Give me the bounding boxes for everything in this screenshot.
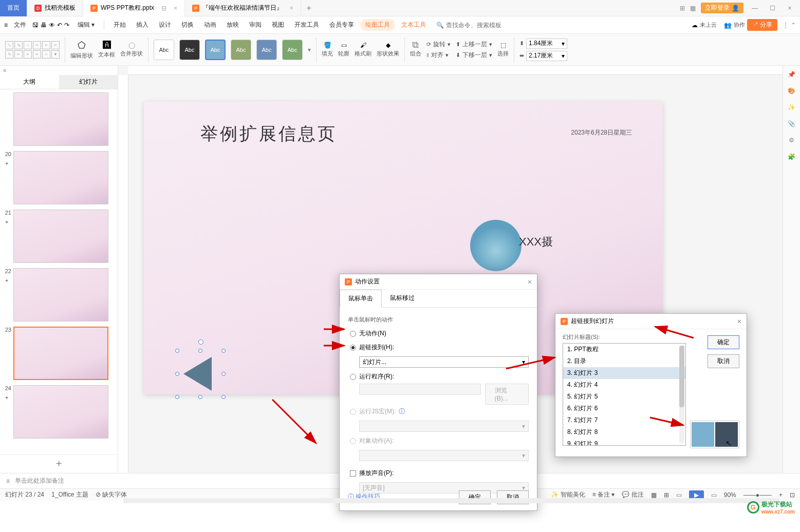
menu-review[interactable]: 审阅 [245,18,266,31]
hamburger-icon[interactable]: ≡ [4,22,8,29]
zoom-out-icon[interactable]: ▭ [711,491,717,499]
menu-transition[interactable]: 切换 [177,18,198,31]
rotate-button[interactable]: ⟳ 旋转 ▾ [426,40,451,49]
cancel-button[interactable]: 取消 [708,354,739,368]
menu-devtools[interactable]: 开发工具 [290,18,323,31]
qat-redo-icon[interactable]: ↷ [64,22,69,29]
checkbox-sound[interactable]: 播放声音(P): [348,466,529,480]
maximize-button[interactable]: ☐ [766,5,778,12]
outline-tab-slides[interactable]: 幻灯片 [59,75,118,89]
qat-undo-icon[interactable]: ↶ [57,22,62,29]
shape-style-1[interactable]: Abc [154,40,174,60]
new-tab-button[interactable]: + [301,4,317,13]
close-icon[interactable]: × [737,317,741,326]
tab-mouse-hover[interactable]: 鼠标移过 [382,290,423,307]
list-item-selected[interactable]: 3. 幻灯片 3 [563,367,685,379]
fit-icon[interactable]: ⊡ [790,491,795,499]
collab-icon[interactable]: 👥 [724,22,732,29]
close-button[interactable]: × [784,5,796,12]
close-icon[interactable]: × [174,5,177,12]
puzzle-icon[interactable]: 🧩 [788,153,795,160]
hyperlink-combo[interactable]: 幻灯片...▾ [359,356,529,368]
menu-design[interactable]: 设计 [155,18,175,31]
zoom-slider[interactable]: ——●—— [743,491,772,499]
scrollbar-thumb[interactable] [679,346,684,407]
list-item[interactable]: 1. PPT教程 [563,344,685,355]
slide-thumb[interactable]: ✦ [13,210,108,263]
menu-draw-tool[interactable]: 绘图工具 [360,19,395,31]
menu-member[interactable]: 会员专享 [325,18,358,31]
more-icon[interactable]: ⋮ [783,22,789,29]
up-layer-button[interactable]: ⬆ 上移一层 ▾ [456,40,492,49]
close-icon[interactable]: × [528,278,532,286]
slide-thumb[interactable] [13,92,108,146]
close-icon[interactable]: × [290,5,293,12]
palette-icon[interactable]: 🎨 [788,87,795,94]
missing-font-button[interactable]: ⊘ 缺失字体 [96,490,127,499]
list-item[interactable]: 7. 幻灯片 7 [563,414,685,426]
shape-style-4[interactable]: Abc [231,40,251,60]
format-painter-button[interactable]: 🖌格式刷 [355,42,371,58]
collapse-icon[interactable]: « [3,67,7,74]
image-circle-1[interactable] [470,220,522,271]
list-item[interactable]: 5. 幻灯片 5 [563,391,685,403]
combine-button[interactable]: ⿻组合 [410,42,421,58]
radio-run[interactable]: 运行程序(R): [348,370,529,384]
horizontal-scrollbar[interactable] [123,498,779,503]
style-more-icon[interactable]: ▾ [308,46,311,53]
radio-hyperlink[interactable]: 超链接到(H): [348,340,529,354]
outline-tab-outline[interactable]: 大纲 [0,75,59,89]
gear-icon[interactable]: ⚙ [789,137,794,144]
menu-file[interactable]: 文件 [10,18,30,31]
ok-button[interactable]: 确定 [708,335,739,349]
radio-none[interactable]: 无动作(N) [348,327,529,340]
menu-text-tool[interactable]: 文本工具 [397,18,430,31]
login-button[interactable]: 立即登录👤 [701,3,743,13]
tab-current-file[interactable]: PWPS PPT教程.pptx⊟× [83,0,185,16]
close-icon[interactable]: ⊟ [161,5,166,12]
cloud-icon[interactable]: ☁ [692,22,698,29]
list-item[interactable]: 8. 幻灯片 8 [563,426,685,438]
zoom-level[interactable]: 90% [724,491,736,499]
tab-mouse-click[interactable]: 鼠标单击 [340,290,382,308]
clip-icon[interactable]: 📎 [788,120,795,127]
menu-slideshow[interactable]: 放映 [222,18,243,31]
align-button[interactable]: ⫴ 对齐 ▾ [426,51,451,60]
pin-icon[interactable]: 📌 [788,71,795,78]
menu-insert[interactable]: 插入 [132,18,153,31]
textbox-button[interactable]: 🅰文本框 [98,41,115,59]
shape-effects-button[interactable]: ◆形状效果 [377,42,399,58]
down-layer-button[interactable]: ⬇ 下移一层 ▾ [456,51,492,60]
share-button[interactable]: ↗ 分享 [747,19,777,31]
list-item[interactable]: 6. 幻灯片 6 [563,403,685,414]
menu-view[interactable]: 视图 [268,18,288,31]
rotate-handle[interactable] [198,339,203,345]
tab-template[interactable]: D找稻壳模板 [27,0,83,16]
qat-save-icon[interactable]: 🖫 [32,22,39,29]
height-input[interactable]: 1.84厘米▾ [526,39,567,49]
grid-icon[interactable]: ⊞ [680,5,685,12]
shape-style-5[interactable]: Abc [256,40,277,60]
qat-preview-icon[interactable]: 👁 [49,22,55,29]
minimize-button[interactable]: — [749,5,761,12]
thumbnail-list[interactable]: 20✦ 21✦ 22✦ 23 24✦ [0,89,118,454]
fill-button[interactable]: 🪣填充 [322,42,333,58]
command-search-input[interactable] [446,22,513,29]
magic-icon[interactable]: ✨ [788,104,795,111]
line-gallery[interactable]: ＼↘↓⌐⌐⌐ ∿⌐⌐⌐○▾ [5,41,60,59]
list-item[interactable]: 4. 幻灯片 4 [563,379,685,391]
tab-other-file[interactable]: P『端午狂欢祝福浓情满节日』× [185,0,301,16]
slide-thumb[interactable]: ✦ [13,268,108,321]
menu-start[interactable]: 开始 [109,18,130,31]
shape-style-3[interactable]: Abc [205,40,226,60]
selected-shape[interactable] [177,351,224,397]
shape-style-6[interactable]: Abc [282,40,303,60]
view-normal-icon[interactable]: ▦ [651,491,657,499]
shape-style-2[interactable]: Abc [179,40,200,60]
list-item[interactable]: 9. 幻灯片 9 [563,438,685,446]
add-slide-button[interactable]: + [0,454,118,473]
select-button[interactable]: ⬚选择 [497,42,509,58]
view-reading-icon[interactable]: ▭ [676,491,682,499]
edit-shape-button[interactable]: ⬠编辑形状 [70,40,93,60]
slide-thumb[interactable]: ✦ [13,385,108,439]
